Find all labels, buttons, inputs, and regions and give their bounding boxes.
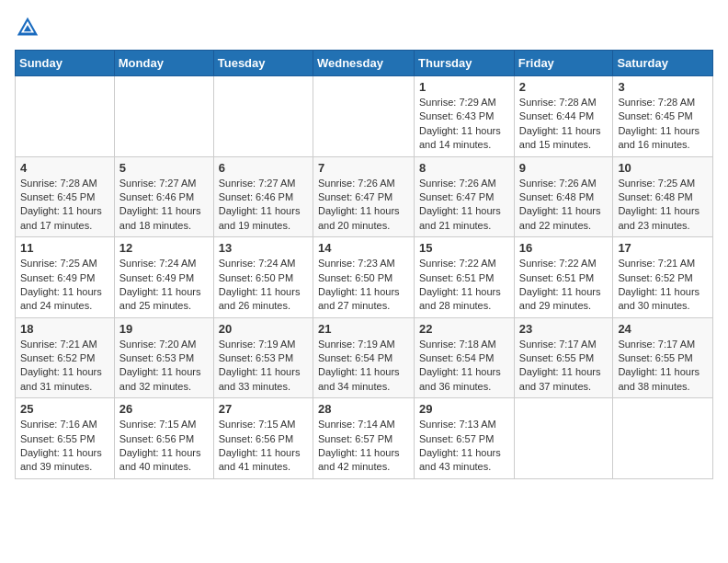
day-info: Sunrise: 7:17 AMSunset: 6:55 PMDaylight:…	[519, 338, 609, 395]
day-cell: 17Sunrise: 7:21 AMSunset: 6:52 PMDayligh…	[613, 237, 713, 318]
day-number: 18	[20, 322, 109, 336]
col-header-sunday: Sunday	[16, 51, 115, 76]
col-header-monday: Monday	[114, 51, 213, 76]
day-number: 20	[219, 322, 308, 336]
day-number: 5	[119, 161, 209, 175]
col-header-friday: Friday	[514, 51, 613, 76]
day-info: Sunrise: 7:26 AMSunset: 6:48 PMDaylight:…	[519, 177, 609, 234]
day-cell: 23Sunrise: 7:17 AMSunset: 6:55 PMDayligh…	[514, 317, 613, 398]
day-info: Sunrise: 7:18 AMSunset: 6:54 PMDaylight:…	[419, 338, 509, 395]
day-cell: 12Sunrise: 7:24 AMSunset: 6:49 PMDayligh…	[114, 237, 213, 318]
day-number: 7	[318, 161, 409, 175]
day-cell: 25Sunrise: 7:16 AMSunset: 6:55 PMDayligh…	[16, 398, 115, 479]
day-number: 24	[618, 322, 708, 336]
day-number: 16	[519, 241, 609, 255]
calendar-table: SundayMondayTuesdayWednesdayThursdayFrid…	[15, 50, 713, 479]
day-cell: 28Sunrise: 7:14 AMSunset: 6:57 PMDayligh…	[313, 398, 414, 479]
day-info: Sunrise: 7:15 AMSunset: 6:56 PMDaylight:…	[119, 418, 209, 475]
col-header-wednesday: Wednesday	[313, 51, 414, 76]
day-info: Sunrise: 7:13 AMSunset: 6:57 PMDaylight:…	[419, 418, 509, 475]
day-info: Sunrise: 7:14 AMSunset: 6:57 PMDaylight:…	[318, 418, 409, 475]
calendar-header-row: SundayMondayTuesdayWednesdayThursdayFrid…	[16, 51, 713, 76]
col-header-thursday: Thursday	[415, 51, 515, 76]
day-number: 11	[20, 241, 109, 255]
day-info: Sunrise: 7:24 AMSunset: 6:50 PMDaylight:…	[219, 257, 308, 314]
day-cell: 20Sunrise: 7:19 AMSunset: 6:53 PMDayligh…	[213, 317, 313, 398]
day-number: 26	[119, 402, 209, 416]
day-cell: 14Sunrise: 7:23 AMSunset: 6:50 PMDayligh…	[313, 237, 414, 318]
day-number: 25	[20, 402, 109, 416]
day-info: Sunrise: 7:23 AMSunset: 6:50 PMDaylight:…	[318, 257, 409, 314]
day-cell: 21Sunrise: 7:19 AMSunset: 6:54 PMDayligh…	[313, 317, 414, 398]
day-number: 22	[419, 322, 509, 336]
week-row-2: 4Sunrise: 7:28 AMSunset: 6:45 PMDaylight…	[16, 156, 713, 237]
day-cell: 26Sunrise: 7:15 AMSunset: 6:56 PMDayligh…	[114, 398, 213, 479]
day-number: 27	[219, 402, 308, 416]
day-number: 13	[219, 241, 308, 255]
day-cell: 13Sunrise: 7:24 AMSunset: 6:50 PMDayligh…	[213, 237, 313, 318]
day-number: 1	[419, 80, 509, 94]
day-info: Sunrise: 7:19 AMSunset: 6:53 PMDaylight:…	[219, 338, 308, 395]
day-info: Sunrise: 7:19 AMSunset: 6:54 PMDaylight:…	[318, 338, 409, 395]
week-row-5: 25Sunrise: 7:16 AMSunset: 6:55 PMDayligh…	[16, 398, 713, 479]
day-info: Sunrise: 7:26 AMSunset: 6:47 PMDaylight:…	[419, 177, 509, 234]
day-info: Sunrise: 7:22 AMSunset: 6:51 PMDaylight:…	[519, 257, 609, 314]
day-cell: 11Sunrise: 7:25 AMSunset: 6:49 PMDayligh…	[16, 237, 115, 318]
day-number: 15	[419, 241, 509, 255]
day-number: 23	[519, 322, 609, 336]
day-number: 8	[419, 161, 509, 175]
day-cell: 24Sunrise: 7:17 AMSunset: 6:55 PMDayligh…	[613, 317, 713, 398]
day-cell: 27Sunrise: 7:15 AMSunset: 6:56 PMDayligh…	[213, 398, 313, 479]
day-cell: 9Sunrise: 7:26 AMSunset: 6:48 PMDaylight…	[514, 156, 613, 237]
day-number: 6	[219, 161, 308, 175]
day-number: 14	[318, 241, 409, 255]
logo	[15, 15, 44, 40]
day-cell: 8Sunrise: 7:26 AMSunset: 6:47 PMDaylight…	[415, 156, 515, 237]
day-cell: 19Sunrise: 7:20 AMSunset: 6:53 PMDayligh…	[114, 317, 213, 398]
day-cell: 10Sunrise: 7:25 AMSunset: 6:48 PMDayligh…	[613, 156, 713, 237]
day-cell	[16, 76, 115, 157]
day-cell: 1Sunrise: 7:29 AMSunset: 6:43 PMDaylight…	[415, 76, 515, 157]
day-number: 9	[519, 161, 609, 175]
logo-icon	[15, 15, 40, 40]
day-info: Sunrise: 7:15 AMSunset: 6:56 PMDaylight:…	[219, 418, 308, 475]
week-row-1: 1Sunrise: 7:29 AMSunset: 6:43 PMDaylight…	[16, 76, 713, 157]
col-header-saturday: Saturday	[613, 51, 713, 76]
day-cell: 22Sunrise: 7:18 AMSunset: 6:54 PMDayligh…	[415, 317, 515, 398]
day-cell: 2Sunrise: 7:28 AMSunset: 6:44 PMDaylight…	[514, 76, 613, 157]
day-cell: 18Sunrise: 7:21 AMSunset: 6:52 PMDayligh…	[16, 317, 115, 398]
page-header	[15, 15, 713, 40]
day-cell: 4Sunrise: 7:28 AMSunset: 6:45 PMDaylight…	[16, 156, 115, 237]
day-number: 12	[119, 241, 209, 255]
day-info: Sunrise: 7:21 AMSunset: 6:52 PMDaylight:…	[618, 257, 708, 314]
day-info: Sunrise: 7:28 AMSunset: 6:44 PMDaylight:…	[519, 96, 609, 153]
day-number: 17	[618, 241, 708, 255]
day-cell	[313, 76, 414, 157]
day-cell: 16Sunrise: 7:22 AMSunset: 6:51 PMDayligh…	[514, 237, 613, 318]
day-info: Sunrise: 7:27 AMSunset: 6:46 PMDaylight:…	[119, 177, 209, 234]
day-info: Sunrise: 7:20 AMSunset: 6:53 PMDaylight:…	[119, 338, 209, 395]
day-number: 3	[618, 80, 708, 94]
col-header-tuesday: Tuesday	[213, 51, 313, 76]
day-cell	[213, 76, 313, 157]
week-row-3: 11Sunrise: 7:25 AMSunset: 6:49 PMDayligh…	[16, 237, 713, 318]
day-number: 19	[119, 322, 209, 336]
day-info: Sunrise: 7:17 AMSunset: 6:55 PMDaylight:…	[618, 338, 708, 395]
day-number: 10	[618, 161, 708, 175]
day-info: Sunrise: 7:22 AMSunset: 6:51 PMDaylight:…	[419, 257, 509, 314]
day-info: Sunrise: 7:28 AMSunset: 6:45 PMDaylight:…	[618, 96, 708, 153]
day-cell: 3Sunrise: 7:28 AMSunset: 6:45 PMDaylight…	[613, 76, 713, 157]
day-info: Sunrise: 7:21 AMSunset: 6:52 PMDaylight:…	[20, 338, 109, 395]
day-info: Sunrise: 7:26 AMSunset: 6:47 PMDaylight:…	[318, 177, 409, 234]
day-info: Sunrise: 7:28 AMSunset: 6:45 PMDaylight:…	[20, 177, 109, 234]
day-number: 21	[318, 322, 409, 336]
day-cell	[114, 76, 213, 157]
day-cell: 6Sunrise: 7:27 AMSunset: 6:46 PMDaylight…	[213, 156, 313, 237]
day-cell	[613, 398, 713, 479]
week-row-4: 18Sunrise: 7:21 AMSunset: 6:52 PMDayligh…	[16, 317, 713, 398]
day-info: Sunrise: 7:24 AMSunset: 6:49 PMDaylight:…	[119, 257, 209, 314]
day-cell: 5Sunrise: 7:27 AMSunset: 6:46 PMDaylight…	[114, 156, 213, 237]
day-info: Sunrise: 7:27 AMSunset: 6:46 PMDaylight:…	[219, 177, 308, 234]
day-info: Sunrise: 7:29 AMSunset: 6:43 PMDaylight:…	[419, 96, 509, 153]
day-cell: 15Sunrise: 7:22 AMSunset: 6:51 PMDayligh…	[415, 237, 515, 318]
